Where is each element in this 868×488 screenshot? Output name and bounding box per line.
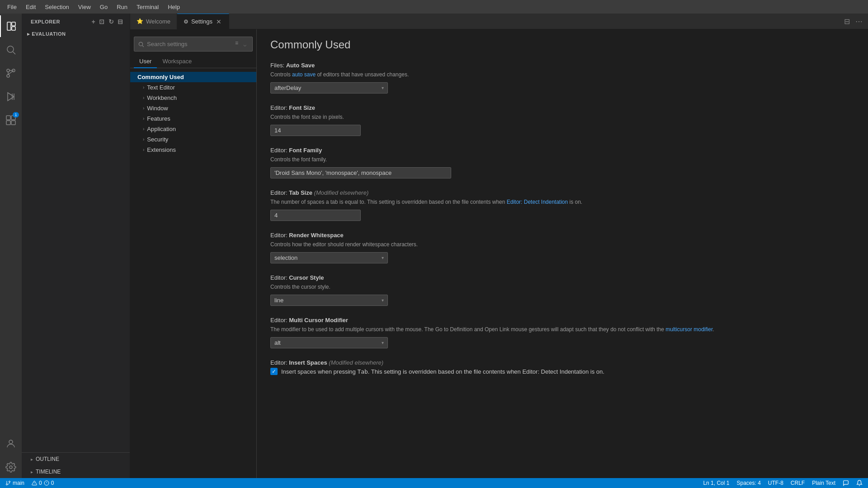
status-encoding[interactable]: UTF-8 xyxy=(766,478,785,488)
tab-settings[interactable]: ⚙ Settings ✕ xyxy=(177,14,229,29)
nav-commonly-used[interactable]: Commonly Used xyxy=(130,72,256,82)
menu-edit[interactable]: Edit xyxy=(22,3,39,11)
welcome-tab-icon: ⭐ xyxy=(137,18,143,24)
settings-filter-icon[interactable]: ≡ xyxy=(234,39,239,49)
menu-help[interactable]: Help xyxy=(164,3,184,11)
render-whitespace-dropdown[interactable]: selection ▾ xyxy=(270,252,388,263)
window-arrow: › xyxy=(143,106,144,111)
cursor-style-value: line xyxy=(274,297,283,304)
account-activity-icon[interactable] xyxy=(0,433,22,455)
setting-font-size: Editor: Font Size Controls the font size… xyxy=(270,104,854,136)
settings-container: ≡ ⌄ User Workspace Commonly Used › Text … xyxy=(130,29,868,478)
tab-welcome[interactable]: ⭐ Welcome xyxy=(130,14,177,29)
split-editor-icon[interactable]: ⊟ xyxy=(842,16,852,27)
sidebar-header-icons: + ⊡ ↻ ⊟ xyxy=(91,17,124,26)
nav-extensions[interactable]: › Extensions xyxy=(130,145,256,155)
new-folder-icon[interactable]: ⊡ xyxy=(98,17,106,26)
svg-line-18 xyxy=(142,45,144,47)
nav-features[interactable]: › Features xyxy=(130,113,256,124)
menu-view[interactable]: View xyxy=(75,3,94,11)
text-editor-arrow: › xyxy=(143,85,144,90)
font-size-input[interactable] xyxy=(270,125,361,136)
status-line-endings[interactable]: CRLF xyxy=(789,478,807,488)
setting-tab-size: Editor: Tab Size (Modified elsewhere) Th… xyxy=(270,189,854,221)
warning-icon xyxy=(32,480,37,486)
font-family-input[interactable] xyxy=(270,167,451,178)
setting-multi-cursor-modifier: Editor: Multi Cursor Modifier The modifi… xyxy=(270,317,854,348)
nav-application[interactable]: › Application xyxy=(130,124,256,134)
status-cursor-position[interactable]: Ln 1, Col 1 xyxy=(701,478,731,488)
setting-desc-multi-cursor: The modifier to be used to add multiple … xyxy=(270,325,854,333)
tab-size-input[interactable] xyxy=(270,210,361,221)
detect-indentation-link-2[interactable]: Editor: Detect Indentation xyxy=(522,368,589,375)
detect-indentation-link-1[interactable]: Editor: Detect Indentation xyxy=(507,199,568,205)
tab-settings-close[interactable]: ✕ xyxy=(215,18,222,25)
checkbox-check-icon: ✓ xyxy=(272,368,276,375)
insert-spaces-checkbox[interactable]: ✓ xyxy=(270,368,278,375)
refresh-icon[interactable]: ↻ xyxy=(108,17,115,26)
status-bar: main 0 0 Ln 1, Col 1 Spaces: 4 UTF-8 CRL… xyxy=(0,478,868,488)
menu-go[interactable]: Go xyxy=(96,3,111,11)
bell-icon xyxy=(856,480,863,486)
new-file-icon[interactable]: + xyxy=(91,17,97,26)
settings-tab-workspace[interactable]: Workspace xyxy=(157,55,197,68)
menu-terminal[interactable]: Terminal xyxy=(133,3,162,11)
application-arrow: › xyxy=(143,127,144,131)
settings-gear-activity-icon[interactable] xyxy=(0,456,22,478)
status-feedback[interactable] xyxy=(841,478,851,488)
setting-label-auto-save: Files: Auto Save xyxy=(270,62,854,69)
menu-file[interactable]: File xyxy=(4,3,20,11)
setting-font-family: Editor: Font Family Controls the font fa… xyxy=(270,147,854,178)
render-whitespace-value: selection xyxy=(274,254,297,261)
menu-run[interactable]: Run xyxy=(113,3,131,11)
status-git-branch[interactable]: main xyxy=(4,478,26,488)
setting-label-font-family: Editor: Font Family xyxy=(270,147,854,154)
collapse-all-icon[interactable]: ⊟ xyxy=(117,17,124,26)
menu-selection[interactable]: Selection xyxy=(41,3,72,11)
sidebar-title: EXPLORER xyxy=(31,19,60,24)
auto-save-dropdown[interactable]: afterDelay ▾ xyxy=(270,82,388,94)
multicursor-modifier-link[interactable]: multicursor modifier xyxy=(665,326,712,333)
cursor-position-label: Ln 1, Col 1 xyxy=(703,480,729,486)
setting-desc-tab-size: The number of spaces a tab is equal to. … xyxy=(270,198,854,206)
svg-point-6 xyxy=(7,75,9,77)
status-bell[interactable] xyxy=(854,478,864,488)
extensions-activity-icon[interactable]: 1 xyxy=(0,109,22,131)
nav-window-label: Window xyxy=(147,105,168,112)
setting-desc-render-whitespace: Controls how the editor should render wh… xyxy=(270,240,854,249)
search-bar: ≡ ⌄ xyxy=(130,33,256,55)
search-input-wrap[interactable]: ≡ ⌄ xyxy=(134,37,253,52)
status-indentation[interactable]: Spaces: 4 xyxy=(735,478,762,488)
svg-point-5 xyxy=(7,69,9,72)
explorer-activity-icon[interactable] xyxy=(0,15,22,37)
settings-tab-user[interactable]: User xyxy=(134,55,157,68)
setting-label-insert-spaces: Editor: Insert Spaces (Modified elsewher… xyxy=(270,359,854,366)
sidebar-section-evaluation[interactable]: ▸ EVALUATION xyxy=(22,30,130,38)
tab-key-code: Tab xyxy=(357,368,368,375)
nav-security[interactable]: › Security xyxy=(130,134,256,145)
sidebar-outline-item[interactable]: ▸ OUTLINE xyxy=(22,455,130,464)
svg-line-4 xyxy=(13,52,16,55)
feedback-icon xyxy=(843,480,849,486)
search-activity-icon[interactable] xyxy=(0,39,22,61)
timeline-section: ▸ TIMELINE xyxy=(22,465,130,478)
source-control-activity-icon[interactable] xyxy=(0,62,22,84)
sidebar-timeline-item[interactable]: ▸ TIMELINE xyxy=(22,467,130,476)
search-settings-input[interactable] xyxy=(147,41,231,47)
insert-spaces-checkbox-label: Insert spaces when pressing Tab. This se… xyxy=(281,368,604,375)
status-language-mode[interactable]: Plain Text xyxy=(810,478,837,488)
settings-clear-icon[interactable]: ⌄ xyxy=(241,39,249,49)
multi-cursor-dropdown[interactable]: alt ▾ xyxy=(270,337,388,348)
svg-point-15 xyxy=(9,440,13,444)
cursor-style-dropdown[interactable]: line ▾ xyxy=(270,295,388,306)
run-activity-icon[interactable] xyxy=(0,86,22,108)
line-endings-label: CRLF xyxy=(791,480,805,486)
nav-text-editor[interactable]: › Text Editor xyxy=(130,82,256,93)
auto-save-link[interactable]: auto save xyxy=(292,71,316,78)
more-actions-icon[interactable]: ⋯ xyxy=(854,16,864,27)
nav-workbench[interactable]: › Workbench xyxy=(130,93,256,103)
nav-window[interactable]: › Window xyxy=(130,103,256,113)
outline-arrow: ▸ xyxy=(31,457,33,462)
setting-label-cursor-style: Editor: Cursor Style xyxy=(270,274,854,281)
status-problems[interactable]: 0 0 xyxy=(30,478,56,488)
